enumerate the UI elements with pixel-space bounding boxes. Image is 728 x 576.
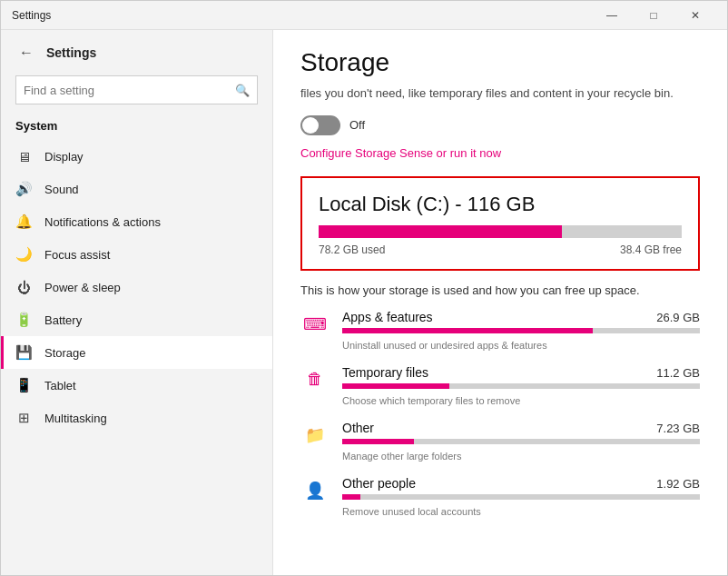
back-button[interactable]: ←: [15, 43, 37, 63]
focus-icon: 🌙: [15, 246, 32, 263]
sidebar-item-notifications[interactable]: 🔔 Notifications & actions: [1, 205, 272, 238]
sidebar-item-battery-label: Battery: [44, 313, 82, 327]
storage-sense-toggle-row: Off: [300, 115, 700, 135]
temp-info: Temporary files 11.2 GB Choose which tem…: [342, 365, 700, 408]
other-title: Other: [342, 421, 374, 435]
other-info: Other 7.23 GB Manage other large folders: [342, 421, 700, 463]
temp-size: 11.2 GB: [656, 366, 700, 380]
content-area: ← Settings 🔍 System 🖥 Display 🔊 Sound 🔔 …: [1, 30, 727, 575]
close-button[interactable]: ✕: [674, 1, 716, 30]
sound-icon: 🔊: [15, 181, 32, 197]
sidebar-item-multitasking-label: Multitasking: [44, 412, 107, 425]
temp-row1: Temporary files 11.2 GB: [342, 365, 700, 380]
display-icon: 🖥: [15, 148, 32, 164]
storage-sense-toggle[interactable]: [300, 115, 340, 135]
search-input[interactable]: [24, 84, 235, 97]
other-bar-fill: [342, 439, 414, 444]
apps-icon: ⌨: [300, 310, 330, 339]
title-bar-left: Settings: [12, 9, 51, 22]
sidebar-item-storage[interactable]: 💾 Storage: [1, 336, 272, 369]
maximize-button[interactable]: □: [633, 1, 674, 30]
other-people-icon: 👤: [300, 476, 330, 505]
temp-bar: [342, 383, 700, 389]
other-row1: Other 7.23 GB: [342, 421, 700, 435]
sidebar-item-display-label: Display: [44, 150, 84, 164]
temp-title: Temporary files: [342, 365, 428, 380]
sidebar-header: ← Settings: [1, 30, 272, 68]
window-title: Settings: [12, 9, 51, 22]
sidebar-item-tablet[interactable]: 📱 Tablet: [1, 369, 272, 402]
disk-stats: 78.2 GB used 38.4 GB free: [319, 243, 682, 256]
other-size: 7.23 GB: [656, 422, 700, 435]
disk-progress-bar: [319, 225, 682, 238]
other-icon: 📁: [300, 421, 330, 450]
minimize-button[interactable]: —: [591, 1, 633, 30]
disk-free-label: 38.4 GB free: [620, 243, 682, 256]
other-people-size: 1.92 GB: [656, 477, 700, 491]
intro-text: files you don't need, like temporary fil…: [300, 84, 700, 103]
sidebar-item-tablet-label: Tablet: [44, 379, 76, 392]
disk-title: Local Disk (C:) - 116 GB: [319, 193, 682, 216]
sidebar-item-storage-label: Storage: [44, 346, 86, 360]
tablet-icon: 📱: [15, 377, 32, 393]
apps-bar: [342, 328, 700, 333]
sidebar-app-title: Settings: [46, 45, 96, 60]
breakdown-item-temp[interactable]: 🗑 Temporary files 11.2 GB Choose which t…: [300, 365, 700, 408]
temp-icon: 🗑: [300, 365, 330, 394]
sidebar-item-focus[interactable]: 🌙 Focus assist: [1, 238, 272, 271]
toggle-label: Off: [349, 118, 365, 132]
sidebar-item-sound-label: Sound: [44, 183, 79, 196]
other-people-bar-fill: [342, 494, 360, 500]
breakdown-intro: This is how your storage is used and how…: [300, 283, 700, 297]
main-content: Storage files you don't need, like tempo…: [273, 30, 727, 575]
other-desc: Manage other large folders: [342, 451, 461, 462]
other-people-desc: Remove unused local accounts: [342, 506, 481, 517]
sidebar-item-power-label: Power & sleep: [44, 281, 121, 294]
multitasking-icon: ⊞: [15, 410, 32, 426]
other-bar: [342, 439, 700, 444]
sidebar-item-focus-label: Focus assist: [44, 248, 110, 262]
disk-progress-fill: [319, 225, 562, 238]
other-people-row1: Other people 1.92 GB: [342, 476, 700, 491]
sidebar: ← Settings 🔍 System 🖥 Display 🔊 Sound 🔔 …: [1, 30, 273, 575]
search-box[interactable]: 🔍: [15, 75, 258, 104]
power-icon: ⏻: [15, 279, 32, 295]
temp-desc: Choose which temporary files to remove: [342, 395, 520, 406]
apps-row1: Apps & features 26.9 GB: [342, 310, 700, 324]
other-people-bar: [342, 494, 700, 500]
other-people-title: Other people: [342, 476, 416, 491]
sidebar-item-display[interactable]: 🖥 Display: [1, 140, 272, 173]
battery-icon: 🔋: [15, 312, 32, 328]
disk-used-label: 78.2 GB used: [319, 243, 385, 256]
settings-window: Settings — □ ✕ ← Settings 🔍 System 🖥 Dis…: [0, 0, 728, 576]
storage-icon: 💾: [15, 344, 32, 361]
apps-size: 26.9 GB: [656, 311, 700, 324]
title-bar-controls: — □ ✕: [591, 1, 716, 30]
breakdown-item-other[interactable]: 📁 Other 7.23 GB Manage other large folde…: [300, 421, 700, 463]
sidebar-item-notifications-label: Notifications & actions: [44, 215, 161, 229]
sidebar-item-sound[interactable]: 🔊 Sound: [1, 173, 272, 205]
system-section-label: System: [1, 115, 272, 140]
apps-desc: Uninstall unused or undesired apps & fea…: [342, 340, 547, 351]
configure-storage-link[interactable]: Configure Storage Sense or run it now: [300, 146, 700, 160]
apps-info: Apps & features 26.9 GB Uninstall unused…: [342, 310, 700, 353]
notifications-icon: 🔔: [15, 214, 32, 230]
other-people-info: Other people 1.92 GB Remove unused local…: [342, 476, 700, 519]
apps-bar-fill: [342, 328, 593, 333]
breakdown-item-apps[interactable]: ⌨ Apps & features 26.9 GB Uninstall unus…: [300, 310, 700, 353]
title-bar: Settings — □ ✕: [1, 1, 727, 30]
temp-bar-fill: [342, 383, 449, 389]
sidebar-item-power[interactable]: ⏻ Power & sleep: [1, 271, 272, 303]
sidebar-item-multitasking[interactable]: ⊞ Multitasking: [1, 402, 272, 434]
breakdown-item-other-people[interactable]: 👤 Other people 1.92 GB Remove unused loc…: [300, 476, 700, 519]
local-disk-section: Local Disk (C:) - 116 GB 78.2 GB used 38…: [300, 176, 700, 271]
apps-title: Apps & features: [342, 310, 433, 324]
search-icon: 🔍: [235, 84, 250, 97]
sidebar-item-battery[interactable]: 🔋 Battery: [1, 303, 272, 336]
page-title: Storage: [300, 48, 700, 77]
